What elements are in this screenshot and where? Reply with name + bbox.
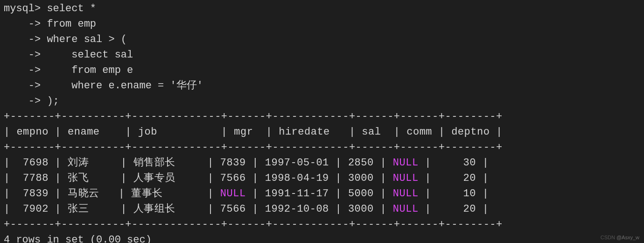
- query-line-5: -> from emp e: [0, 63, 644, 78]
- query-text-1: select *: [47, 3, 96, 14]
- query-line-4: -> select sal: [0, 47, 644, 63]
- table-body: | 7698 | 刘涛 | 销售部长 | 7839 | 1997-05-01 |…: [0, 155, 644, 217]
- null-value: NULL: [393, 172, 419, 184]
- query-text-5: from emp e: [47, 64, 133, 76]
- table-border-mid: +-------+----------+--------------+-----…: [0, 140, 644, 155]
- prompt-main: mysql>: [4, 3, 47, 14]
- prompt-cont: ->: [4, 64, 47, 76]
- table-row: | 7839 | 马晓云 | 董事长 | NULL | 1991-11-17 |…: [0, 186, 644, 201]
- query-line-1: mysql> select *: [0, 1, 644, 16]
- query-line-3: -> where sal > (: [0, 32, 644, 47]
- query-text-7: );: [47, 95, 59, 107]
- prompt-cont: ->: [4, 34, 47, 45]
- prompt-cont: ->: [4, 18, 47, 30]
- table-row: | 7902 | 张三 | 人事组长 | 7566 | 1992-10-08 |…: [0, 201, 644, 217]
- table-border-bottom: +-------+----------+--------------+-----…: [0, 217, 644, 232]
- query-text-3: where sal > (: [47, 34, 127, 45]
- query-line-2: -> from emp: [0, 16, 644, 32]
- result-footer: 4 rows in set (0.00 sec): [0, 232, 644, 243]
- null-value: NULL: [220, 188, 246, 200]
- query-text-6: where e.ename = '华仔': [47, 80, 203, 92]
- null-value: NULL: [393, 188, 419, 200]
- query-line-6: -> where e.ename = '华仔': [0, 78, 644, 93]
- terminal-output[interactable]: mysql> select * -> from emp -> where sal…: [0, 1, 644, 243]
- query-line-7: -> );: [0, 93, 644, 109]
- watermark-brand: CSDN: [601, 235, 616, 240]
- table-row: | 7788 | 张飞 | 人事专员 | 7566 | 1998-04-19 |…: [0, 171, 644, 186]
- table-border-top: +-------+----------+--------------+-----…: [0, 109, 644, 124]
- null-value: NULL: [393, 203, 419, 215]
- watermark-user: @Asxy_w: [616, 235, 639, 240]
- query-text-4: select sal: [47, 49, 133, 61]
- query-text-2: from emp: [47, 18, 96, 30]
- table-row: | 7698 | 刘涛 | 销售部长 | 7839 | 1997-05-01 |…: [0, 155, 644, 171]
- null-value: NULL: [393, 157, 419, 169]
- table-header: | empno | ename | job | mgr | hiredate |…: [0, 124, 644, 140]
- watermark: CSDN @Asxy_w: [601, 234, 639, 242]
- prompt-cont: ->: [4, 80, 47, 92]
- prompt-cont: ->: [4, 49, 47, 61]
- prompt-cont: ->: [4, 95, 47, 107]
